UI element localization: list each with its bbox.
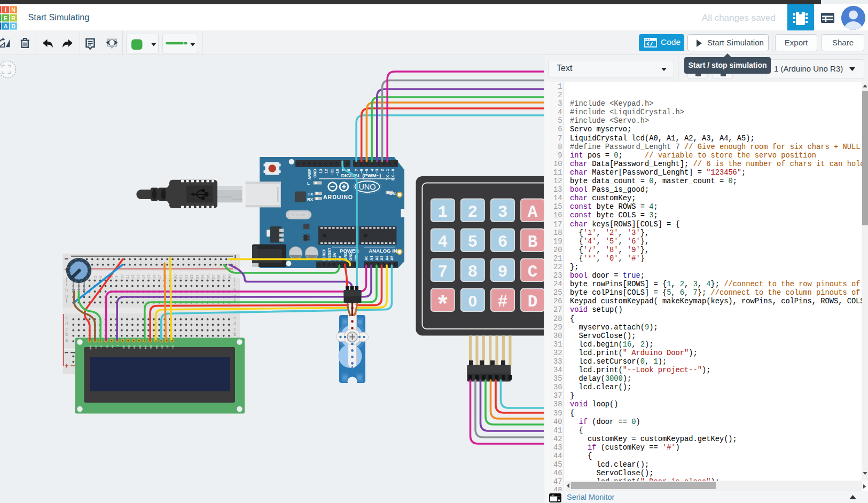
svg-text:g: g (65, 293, 68, 298)
svg-text:RX: RX (307, 197, 314, 202)
svg-text:i: i (234, 282, 236, 287)
svg-text:10: 10 (120, 274, 124, 279)
svg-text:DB5: DB5 (150, 345, 152, 349)
svg-text:DB7: DB7 (161, 345, 163, 349)
svg-text:9: 9 (498, 263, 508, 281)
svg-text:d: d (233, 321, 236, 326)
svg-text:L: L (307, 181, 310, 186)
svg-text:16: 16 (152, 274, 156, 279)
svg-text:V0: V0 (100, 345, 102, 348)
svg-text:E: E (116, 345, 119, 347)
svg-text:A: A (4, 23, 8, 29)
svg-text:24: 24 (196, 274, 199, 279)
svg-text:6: 6 (99, 276, 103, 278)
svg-text:5: 5 (468, 233, 478, 252)
svg-text:i: i (66, 282, 67, 287)
svg-text:RW: RW (111, 345, 113, 349)
svg-text:DB0: DB0 (122, 345, 124, 349)
svg-text:D: D (11, 23, 15, 29)
svg-text:A1: A1 (369, 256, 374, 261)
svg-text:12: 12 (131, 274, 135, 279)
svg-text:22: 22 (184, 274, 188, 279)
svg-text:A: A (528, 203, 538, 222)
svg-text:9Y16.000: 9Y16.000 (291, 213, 306, 217)
svg-text:j: j (66, 277, 67, 282)
svg-text:1: 1 (437, 203, 448, 222)
svg-text:12: 12 (324, 169, 329, 174)
svg-text:#: # (498, 293, 508, 311)
svg-text:RS: RS (106, 345, 108, 348)
svg-text:j: j (234, 277, 236, 282)
svg-text:4: 4 (437, 233, 448, 252)
svg-text:DIGITAL (PWM~): DIGITAL (PWM~) (341, 172, 381, 178)
svg-text:N: N (11, 6, 15, 13)
svg-text:UNO: UNO (358, 183, 376, 191)
svg-text:14: 14 (142, 274, 145, 279)
svg-text:DB4: DB4 (144, 345, 146, 349)
svg-text:VCC: VCC (95, 345, 97, 349)
svg-text:23: 23 (190, 274, 193, 279)
svg-text:A0: A0 (364, 256, 369, 261)
svg-text:15: 15 (147, 274, 151, 279)
svg-text:D: D (528, 293, 538, 311)
svg-text:26: 26 (206, 274, 210, 279)
svg-text:ON: ON (389, 191, 396, 196)
svg-text:25: 25 (201, 274, 205, 279)
svg-text:20: 20 (174, 274, 177, 279)
svg-text:C: C (528, 263, 538, 281)
svg-text:27: 27 (212, 274, 215, 279)
svg-text:LED: LED (166, 345, 168, 349)
svg-text:ARDUINO: ARDUINO (323, 194, 353, 200)
svg-text:11: 11 (126, 274, 129, 278)
svg-text:d: d (65, 321, 68, 326)
svg-text:A5: A5 (389, 256, 394, 261)
svg-text:*: * (435, 293, 450, 320)
svg-text:0: 0 (468, 292, 478, 310)
svg-text:b: b (65, 332, 68, 337)
svg-text:a: a (65, 337, 68, 343)
svg-text:6: 6 (498, 233, 508, 252)
svg-text:3: 3 (498, 203, 508, 222)
svg-text:2: 2 (468, 203, 478, 222)
svg-text:13: 13 (318, 169, 323, 174)
svg-text:17: 17 (158, 274, 161, 279)
svg-text:21: 21 (179, 274, 183, 279)
svg-text:ANALOG IN: ANALOG IN (369, 248, 397, 254)
svg-text:13: 13 (136, 274, 140, 279)
svg-text:30: 30 (228, 274, 231, 279)
svg-text:E: E (4, 15, 7, 21)
svg-text:A4: A4 (385, 255, 389, 261)
svg-text:b: b (233, 332, 236, 337)
svg-text:e: e (233, 315, 236, 320)
svg-text:7: 7 (437, 263, 448, 281)
svg-text:GND: GND (312, 169, 317, 178)
svg-text:5: 5 (93, 276, 97, 278)
svg-text:DB6: DB6 (155, 345, 158, 349)
svg-text:~10: ~10 (335, 169, 340, 176)
svg-text:A3: A3 (379, 256, 384, 261)
svg-text:7: 7 (354, 169, 359, 171)
svg-text:I: I (5, 6, 6, 13)
svg-text:TX: TX (308, 192, 314, 197)
svg-text:DB3: DB3 (139, 345, 141, 349)
svg-text:R: R (11, 15, 15, 21)
svg-text:9: 9 (115, 276, 119, 278)
svg-text:B: B (528, 233, 538, 252)
svg-text:AREF: AREF (307, 169, 312, 179)
svg-text:DB2: DB2 (133, 345, 135, 349)
svg-text:~11: ~11 (330, 169, 334, 176)
svg-text:2: 2 (380, 169, 385, 171)
svg-text:GND: GND (89, 345, 91, 350)
svg-text:A2: A2 (374, 256, 379, 261)
svg-text:28: 28 (217, 274, 221, 279)
svg-text:29: 29 (222, 274, 226, 279)
svg-text:LED: LED (171, 345, 174, 349)
svg-text:DB1: DB1 (128, 345, 130, 349)
svg-text:8: 8 (468, 263, 478, 281)
svg-text:h: h (65, 287, 68, 293)
svg-text:e: e (65, 315, 68, 320)
